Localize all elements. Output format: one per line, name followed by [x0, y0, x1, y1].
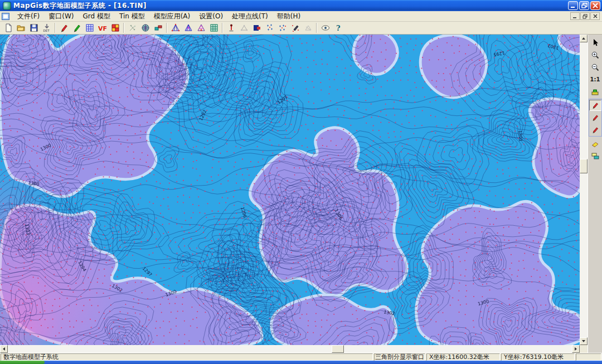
globe-icon[interactable] — [139, 22, 152, 34]
help-icon[interactable]: ? — [332, 22, 344, 34]
status-x-coordinate: X坐标:11600.32毫米 — [426, 353, 500, 361]
dark-grid-icon[interactable] — [207, 22, 220, 34]
tool-disabled-icon[interactable] — [302, 22, 314, 34]
vertical-scroll-thumb[interactable] — [580, 159, 588, 173]
restore-button[interactable] — [579, 1, 589, 10]
main-toolbar: DET VF ? — [0, 22, 602, 35]
svg-text:?: ? — [336, 24, 341, 32]
tin-triangulate-icon[interactable] — [169, 22, 182, 34]
window-title: MapGis数字地面模型子系统 - [16.TIN] — [13, 1, 568, 11]
menu-tin-model[interactable]: Tin 模型 — [115, 11, 149, 22]
patch-icon[interactable] — [152, 22, 164, 34]
vertical-scrollbar[interactable] — [580, 35, 588, 345]
zoom-in-icon[interactable] — [589, 49, 601, 60]
eraser-icon[interactable] — [589, 138, 601, 149]
child-restore-button[interactable] — [580, 12, 590, 20]
layers-icon[interactable] — [589, 151, 601, 162]
point-net-icon[interactable] — [263, 22, 276, 34]
view-icon[interactable] — [319, 22, 332, 34]
windows-taskbar[interactable] — [0, 361, 602, 364]
select-arrow-icon[interactable] — [589, 37, 601, 48]
workspace: 1:1 — [0, 35, 602, 353]
red-pen-icon[interactable] — [57, 22, 70, 34]
status-y-coordinate: Y坐标:76319.10毫米 — [501, 353, 575, 361]
map-canvas[interactable] — [0, 35, 580, 345]
menu-grd-model[interactable]: Grd 模型 — [79, 11, 115, 22]
scroll-up-button[interactable] — [580, 35, 588, 42]
menu-process-points[interactable]: 处理点线(T) — [227, 11, 273, 22]
menu-bar: 文件(F) 窗口(W) Grd 模型 Tin 模型 模型应用(A) 设置(O) … — [0, 11, 602, 22]
det-import-icon[interactable]: DET — [40, 22, 53, 34]
horizontal-scrollbar[interactable] — [0, 345, 580, 353]
new-file-icon[interactable] — [2, 22, 14, 34]
scroll-down-button[interactable] — [580, 337, 588, 345]
minimize-button[interactable] — [568, 1, 578, 10]
save-file-icon[interactable] — [27, 22, 40, 34]
document-icon[interactable] — [2, 13, 9, 20]
fill-brush-icon[interactable] — [589, 86, 601, 97]
svg-text:DET: DET — [43, 29, 50, 32]
app-window: MapGis数字地面模型子系统 - [16.TIN] 文件(F) 窗口(W) G… — [0, 0, 602, 364]
menu-window[interactable]: 窗口(W) — [44, 11, 78, 22]
start-button[interactable] — [0, 361, 45, 364]
green-pen-icon[interactable] — [70, 22, 83, 34]
right-toolbar: 1:1 — [588, 35, 602, 353]
tin-edit-icon[interactable] — [182, 22, 195, 34]
menu-file[interactable]: 文件(F) — [13, 11, 44, 22]
vf-model-icon[interactable]: VF — [96, 22, 109, 34]
close-button[interactable] — [590, 1, 600, 10]
app-logo-icon — [3, 2, 11, 10]
status-empty-panel — [576, 353, 601, 361]
status-mode: 三角剖分显示窗口 — [374, 353, 425, 361]
title-bar: MapGis数字地面模型子系统 - [16.TIN] — [0, 0, 602, 11]
color-grid-icon[interactable] — [109, 22, 122, 34]
point-net-alt-icon[interactable] — [276, 22, 289, 34]
red-pen-icon[interactable] — [589, 100, 601, 111]
scroll-left-button[interactable] — [0, 345, 8, 353]
horizontal-scroll-thumb[interactable] — [332, 345, 344, 353]
child-close-button[interactable] — [590, 12, 600, 20]
branch-icon[interactable] — [126, 22, 139, 34]
pin-icon[interactable] — [225, 22, 237, 34]
menu-help[interactable]: 帮助(H) — [273, 11, 305, 22]
child-minimize-button[interactable] — [570, 12, 580, 20]
grid-model-icon[interactable] — [83, 22, 96, 34]
zoom-out-icon[interactable] — [589, 61, 601, 72]
svg-text:VF: VF — [98, 25, 107, 32]
net-gray-icon[interactable] — [237, 22, 250, 34]
block-fill-icon[interactable] — [250, 22, 263, 34]
scrollbar-corner — [580, 345, 588, 353]
status-message: 数字地面模型子系统 — [1, 353, 373, 361]
pen-points-icon[interactable] — [289, 22, 302, 34]
red-pen-icon[interactable] — [589, 112, 601, 123]
red-pen-icon[interactable] — [589, 124, 601, 135]
ratio-1-1-label[interactable]: 1:1 — [589, 74, 601, 85]
pen-tool-group — [589, 99, 602, 137]
tin-clip-icon[interactable] — [195, 22, 207, 34]
menu-settings[interactable]: 设置(O) — [195, 11, 227, 22]
status-bar: 数字地面模型子系统 三角剖分显示窗口 X坐标:11600.32毫米 Y坐标:76… — [0, 353, 602, 361]
scroll-right-button[interactable] — [572, 345, 580, 353]
open-file-icon[interactable] — [14, 22, 27, 34]
menu-model-apply[interactable]: 模型应用(A) — [149, 11, 195, 22]
